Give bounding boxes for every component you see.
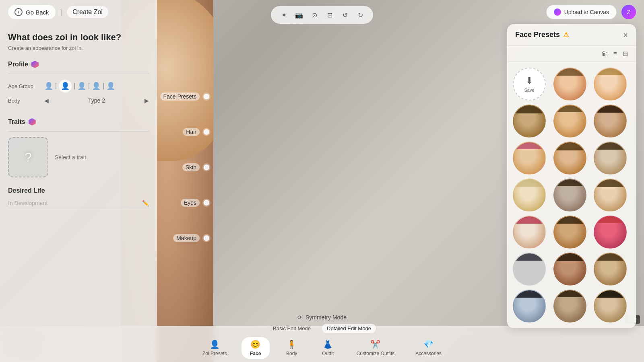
hair-overlay-15 xyxy=(514,253,545,261)
preset-face-5[interactable] xyxy=(594,105,627,138)
filter-icon[interactable]: ⊟ xyxy=(623,50,628,58)
camera-icon[interactable]: 📷 xyxy=(293,9,305,21)
trait-selector-box[interactable]: ? xyxy=(8,137,48,177)
traits-section-title: Traits xyxy=(8,118,149,125)
desired-life-label: Desired Life xyxy=(8,187,45,194)
preset-face-17[interactable] xyxy=(594,253,627,286)
face-label: Face xyxy=(250,351,261,356)
face-overlay-16 xyxy=(554,253,586,285)
preset-face-1[interactable] xyxy=(553,68,586,101)
face-overlay-3 xyxy=(514,105,545,137)
panel-header: What does zoi in look like? Create an ap… xyxy=(8,32,149,51)
annotation-eyes[interactable]: Eyes xyxy=(129,199,209,207)
hair-overlay-6 xyxy=(514,142,545,149)
redo-icon[interactable]: ↻ xyxy=(355,9,366,21)
preset-face-15[interactable] xyxy=(513,253,546,286)
face-overlay-7 xyxy=(554,142,586,174)
preset-face-20[interactable] xyxy=(594,290,627,323)
preset-face-11[interactable] xyxy=(594,179,627,212)
rotate-icon[interactable]: ⊙ xyxy=(309,9,320,21)
face-overlay-17 xyxy=(594,253,626,285)
preset-face-9[interactable] xyxy=(513,179,546,212)
undo-icon[interactable]: ↺ xyxy=(339,9,351,21)
face-overlay-11 xyxy=(594,179,626,211)
preset-face-14[interactable] xyxy=(594,216,627,249)
upload-to-canvas-button[interactable]: Upload to Canvas xyxy=(546,5,617,19)
annotation-makeup[interactable]: Makeup xyxy=(129,234,209,242)
face-presets-panel: Face Presets ⚠ × 🗑 ≡ ⊟ ⬇ Save xyxy=(507,24,636,328)
body-type-value: Type 2 xyxy=(52,97,141,104)
preset-face-12[interactable] xyxy=(513,216,546,249)
annotation-hair[interactable]: Hair xyxy=(129,128,209,136)
basic-edit-mode-button[interactable]: Basic Edit Mode xyxy=(268,324,316,333)
face-overlay-19 xyxy=(554,290,586,322)
skin-dot xyxy=(204,165,209,170)
age-figure-3: 👤 xyxy=(77,82,86,90)
sort-icon[interactable]: ≡ xyxy=(613,50,617,58)
frame-icon[interactable]: ⊡ xyxy=(324,9,335,21)
tab-outfit[interactable]: 👗 Outfit xyxy=(314,337,342,359)
edit-mode-row: Basic Edit Mode Detailed Edit Mode xyxy=(268,324,376,333)
face-overlay-15 xyxy=(514,253,545,285)
preset-face-18[interactable] xyxy=(513,290,546,323)
preset-face-10[interactable] xyxy=(553,179,586,212)
bottom-bar: ⟳ Symmetry Mode Basic Edit Mode Detailed… xyxy=(0,326,644,362)
traits-divider xyxy=(8,131,149,132)
preset-face-13[interactable] xyxy=(553,216,586,249)
separator: | xyxy=(60,8,62,16)
traits-row: ? Select a trait. xyxy=(8,137,149,177)
tab-body[interactable]: 🧍 Body xyxy=(278,337,306,359)
tab-face[interactable]: 😊 Face xyxy=(242,337,270,359)
preset-face-6[interactable] xyxy=(513,142,546,175)
eyes-annotation-label: Eyes xyxy=(181,199,200,207)
preset-face-19[interactable] xyxy=(553,290,586,323)
hair-overlay-5 xyxy=(594,105,626,113)
save-label: Save xyxy=(524,88,534,93)
hair-overlay-3 xyxy=(514,105,545,113)
tab-customize-outfits[interactable]: ✂️ Customize Outfits xyxy=(350,337,401,359)
preset-face-7[interactable] xyxy=(553,142,586,175)
center-toolbar: ✦ 📷 ⊙ ⊡ ↺ ↻ xyxy=(271,6,373,24)
hair-overlay-18 xyxy=(514,290,545,298)
warning-icon: ⚠ xyxy=(563,31,569,39)
top-bar: ‹ Go Back | Create Zoi ✦ 📷 ⊙ ⊡ ↺ ↻ Uploa… xyxy=(0,0,644,24)
select-trait-label: Select a trait. xyxy=(55,154,88,160)
hair-overlay-8 xyxy=(594,142,626,150)
preset-face-3[interactable] xyxy=(513,105,546,138)
preset-face-8[interactable] xyxy=(594,142,627,175)
go-back-button[interactable]: ‹ Go Back xyxy=(8,5,56,19)
go-back-label: Go Back xyxy=(26,9,49,16)
delete-icon[interactable]: 🗑 xyxy=(601,50,608,58)
face-overlay-6 xyxy=(514,142,545,174)
hair-overlay-9 xyxy=(514,179,545,187)
user-avatar[interactable]: Z xyxy=(621,5,636,19)
tabs-row: 👤 Zoi Presets 😊 Face 🧍 Body 👗 Outfit ✂️ … xyxy=(0,337,644,359)
body-prev-button[interactable]: ◀ xyxy=(44,97,49,104)
hair-overlay-4 xyxy=(554,105,586,112)
customize-icon: ✂️ xyxy=(370,339,380,349)
traits-section: Traits ? Select a trait. xyxy=(8,118,149,177)
face-overlay-5 xyxy=(594,105,626,137)
right-panel-title: Face Presets ⚠ xyxy=(515,31,569,39)
preset-save-button[interactable]: ⬇ Save xyxy=(513,68,546,101)
tab-accessories[interactable]: 💎 Accessories xyxy=(409,337,448,359)
annotation-face-presets[interactable]: Face Presets xyxy=(129,93,209,101)
upload-label: Upload to Canvas xyxy=(564,9,609,15)
age-line-1 xyxy=(56,83,56,89)
chevron-left-icon: ‹ xyxy=(14,8,23,16)
hair-overlay-13 xyxy=(554,216,586,224)
makeup-dot xyxy=(204,235,209,241)
preset-face-16[interactable] xyxy=(553,253,586,286)
close-panel-button[interactable]: × xyxy=(623,31,628,39)
question-mark-icon: ? xyxy=(25,150,32,165)
age-figure-1: 👤 xyxy=(44,82,53,90)
face-overlay-12 xyxy=(514,216,545,248)
sparkle-icon[interactable]: ✦ xyxy=(278,9,289,21)
preset-face-4[interactable] xyxy=(553,105,586,138)
annotation-skin[interactable]: Skin xyxy=(129,163,209,171)
body-label: Body xyxy=(8,98,44,104)
tab-zoi-presets[interactable]: 👤 Zoi Presets xyxy=(196,337,233,359)
preset-face-2[interactable] xyxy=(594,68,627,101)
age-figure-5: 👤 xyxy=(106,82,115,90)
detailed-edit-mode-button[interactable]: Detailed Edit Mode xyxy=(322,324,376,333)
